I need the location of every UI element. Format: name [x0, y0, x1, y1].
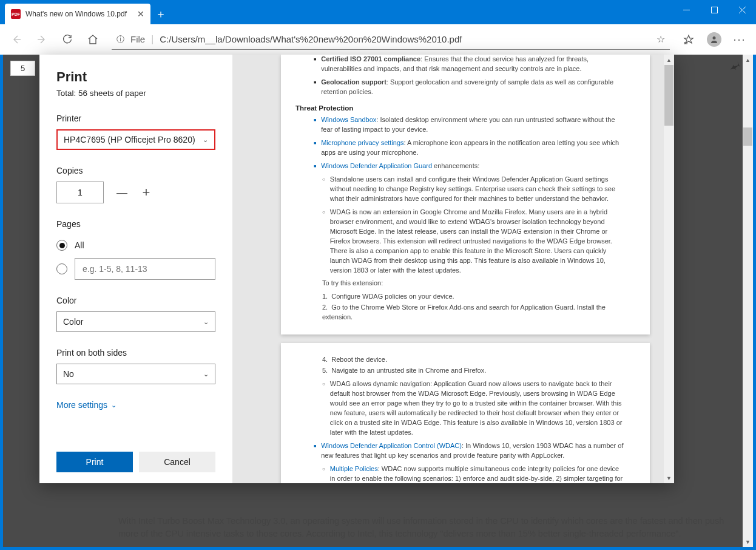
- pages-all-label: All: [75, 240, 84, 250]
- maximize-button[interactable]: [700, 0, 728, 19]
- chevron-down-icon: ⌄: [203, 136, 208, 144]
- address-bar[interactable]: ⓘ File | C:/Users/m__la/Downloads/What's…: [112, 29, 670, 50]
- favorite-icon[interactable]: ☆: [656, 33, 665, 45]
- pages-range-row: [56, 258, 215, 280]
- pages-range-radio[interactable]: [56, 263, 67, 274]
- preview-page-1: Certified ISO 27001 compliance: Ensures …: [281, 55, 650, 334]
- background-document-text: With Intel Turbo Boost Max Technology 3.…: [118, 515, 729, 542]
- pages-range-input[interactable]: [75, 258, 215, 280]
- printer-select[interactable]: HP4C7695 (HP Officejet Pro 8620) ⌄: [56, 129, 215, 150]
- new-tab-button[interactable]: ＋: [150, 4, 171, 24]
- both-sides-label: Print on both sides: [56, 348, 215, 358]
- copies-label: Copies: [56, 166, 215, 175]
- content-area: 5 ▲ ▼ With Intel Turbo Boost Max Technol…: [3, 55, 753, 547]
- tab-close-button[interactable]: ✕: [137, 9, 144, 19]
- browser-tab[interactable]: PDF What's new on Windows 10.pdf ✕: [5, 4, 150, 24]
- print-preview: ▲ ▼ Certified ISO 27001 compliance: Ensu…: [232, 55, 674, 483]
- print-total: Total: 56 sheets of paper: [56, 89, 215, 98]
- color-select[interactable]: Color ⌄: [56, 311, 215, 332]
- chevron-down-icon: ⌄: [203, 370, 209, 378]
- info-icon: ⓘ: [116, 34, 124, 45]
- pdf-icon: PDF: [11, 9, 21, 19]
- home-button[interactable]: [81, 28, 104, 51]
- printer-selected-value: HP4C7695 (HP Officejet Pro 8620): [64, 135, 195, 144]
- addr-protocol: File: [130, 34, 145, 44]
- forward-button[interactable]: [30, 28, 53, 51]
- preview-page-2: 4. Reboot the device. 5. Navigate to an …: [281, 343, 650, 483]
- color-label: Color: [56, 296, 215, 305]
- print-dialog: Print Total: 56 sheets of paper Printer …: [39, 55, 674, 483]
- pages-label: Pages: [56, 219, 215, 229]
- pin-icon[interactable]: [730, 61, 741, 74]
- print-button-row: Print Cancel: [56, 443, 215, 472]
- scroll-up-arrow[interactable]: ▲: [664, 55, 674, 65]
- window-controls: [672, 0, 756, 19]
- copies-decrement[interactable]: —: [116, 186, 128, 199]
- profile-button[interactable]: [703, 28, 726, 51]
- chevron-down-icon: ⌄: [203, 318, 209, 326]
- print-sidebar: Print Total: 56 sheets of paper Printer …: [39, 55, 232, 483]
- addr-separator: |: [151, 34, 154, 45]
- favorites-button[interactable]: [677, 28, 700, 51]
- copies-row: — +: [56, 182, 215, 203]
- svg-rect-1: [711, 7, 717, 13]
- browser-toolbar: ⓘ File | C:/Users/m__la/Downloads/What's…: [0, 24, 756, 55]
- radio-icon: [56, 240, 67, 251]
- printer-label: Printer: [56, 114, 215, 123]
- more-settings-link[interactable]: More settings ⌄: [56, 400, 215, 410]
- copies-input[interactable]: [56, 182, 104, 203]
- page-counter[interactable]: 5: [10, 61, 35, 76]
- print-button[interactable]: Print: [56, 452, 133, 472]
- menu-button[interactable]: ···: [728, 28, 751, 51]
- tab-title: What's new on Windows 10.pdf: [25, 10, 132, 18]
- back-button[interactable]: [5, 28, 28, 51]
- scroll-thumb[interactable]: [743, 127, 752, 146]
- content-scrollbar[interactable]: ▲ ▼: [743, 55, 753, 547]
- scroll-down-arrow[interactable]: ▼: [743, 537, 753, 547]
- copies-increment[interactable]: +: [140, 186, 152, 199]
- scroll-down-arrow[interactable]: ▼: [664, 473, 674, 483]
- refresh-button[interactable]: [56, 28, 79, 51]
- minimize-button[interactable]: [672, 0, 700, 19]
- color-selected-value: Color: [63, 317, 83, 327]
- addr-url: C:/Users/m__la/Downloads/What's%20new%20…: [160, 34, 462, 44]
- print-title: Print: [56, 69, 215, 85]
- pages-all-radio[interactable]: All: [56, 240, 215, 251]
- both-sides-select[interactable]: No ⌄: [56, 364, 215, 384]
- scroll-thumb[interactable]: [664, 65, 673, 126]
- titlebar: PDF What's new on Windows 10.pdf ✕ ＋: [0, 0, 756, 24]
- more-settings-label: More settings: [56, 400, 107, 410]
- tabs-area: PDF What's new on Windows 10.pdf ✕ ＋: [0, 0, 171, 24]
- scroll-up-arrow[interactable]: ▲: [743, 55, 753, 65]
- svg-point-8: [713, 36, 716, 39]
- both-sides-selected-value: No: [63, 369, 74, 379]
- chevron-down-icon: ⌄: [111, 401, 116, 409]
- close-window-button[interactable]: [728, 0, 756, 19]
- preview-scrollbar[interactable]: ▲ ▼: [664, 55, 674, 483]
- cancel-button[interactable]: Cancel: [139, 452, 215, 472]
